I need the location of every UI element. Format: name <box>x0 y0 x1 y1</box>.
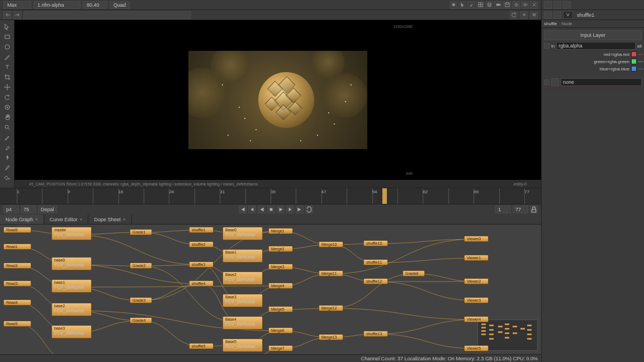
node-d4[interactable]: shuffle5 <box>189 343 214 349</box>
layers-icon[interactable] <box>485 1 493 9</box>
brush-icon[interactable] <box>467 1 475 9</box>
max-field[interactable]: Max <box>3 1 31 9</box>
node-e4[interactable]: Base4FLV_deNoise <box>222 316 263 330</box>
loop-icon[interactable] <box>305 206 313 213</box>
node-g0[interactable]: Merge10 <box>319 241 343 247</box>
panel-pin-icon[interactable] <box>553 1 561 9</box>
node-e2[interactable]: Base2FLV_deNoise <box>222 272 263 285</box>
node-g2[interactable]: Merge12 <box>319 305 343 311</box>
node-h2[interactable]: shuffle12 <box>363 278 388 284</box>
hand-icon[interactable] <box>2 113 12 122</box>
circle-icon[interactable] <box>2 42 12 51</box>
swatch-blue[interactable] <box>631 66 637 72</box>
node-g3[interactable]: Merge13 <box>319 334 343 340</box>
node-e0[interactable]: Base0FLV_deNoise <box>222 227 263 240</box>
move-icon[interactable] <box>2 83 12 92</box>
tl-field-2[interactable]: 75 <box>21 206 36 213</box>
node-e1[interactable]: Base1FLV_deNoise <box>222 249 263 263</box>
zoom-icon[interactable] <box>2 123 12 132</box>
node-a5[interactable]: Read5 <box>3 321 31 327</box>
lock-icon[interactable] <box>530 206 538 213</box>
undo-icon[interactable] <box>3 11 11 19</box>
panel-lock-icon[interactable] <box>544 1 552 9</box>
node-a4[interactable]: Read4 <box>3 299 31 306</box>
node-h0[interactable]: shuffle10 <box>363 240 388 246</box>
subtab-node[interactable]: Node <box>561 21 572 26</box>
panel-a-icon[interactable] <box>544 11 552 19</box>
bucket-icon[interactable] <box>2 173 12 182</box>
crop-icon[interactable] <box>2 73 12 82</box>
node-c0[interactable]: Grade1 <box>130 229 152 235</box>
tl-field-1[interactable]: p4 <box>3 206 19 213</box>
rect-icon[interactable] <box>2 32 12 41</box>
grid-icon[interactable] <box>476 1 484 9</box>
node-h1[interactable]: shuffle11 <box>363 259 388 265</box>
node-a1[interactable]: Read1 <box>3 244 31 250</box>
node-c3[interactable]: Grade4 <box>130 317 152 323</box>
node-j0[interactable]: Viewer0 <box>464 236 489 242</box>
node-c1[interactable]: Grade2 <box>130 263 152 269</box>
node-a2[interactable]: Read2 <box>3 263 31 269</box>
node-b1[interactable]: base0FLV_deNoise <box>51 257 92 270</box>
bottom-field[interactable]: none <box>561 78 642 86</box>
node-d3[interactable]: shuffle4 <box>189 280 214 287</box>
play-back-icon[interactable] <box>258 206 266 213</box>
play-icon[interactable] <box>277 206 285 213</box>
node-d1[interactable]: shuffle2 <box>189 241 214 247</box>
node-graph[interactable]: Read0Read1Read2Read3Read4Read5Read6maste… <box>0 225 541 354</box>
swatch-red[interactable] <box>631 51 637 57</box>
tab-dope-sheet[interactable]: Dope Sheet× <box>88 215 131 224</box>
node-f2[interactable]: Merge3 <box>268 264 293 270</box>
node-i0[interactable]: Grade8 <box>402 270 425 277</box>
select-icon[interactable] <box>2 22 12 31</box>
rotate-icon[interactable] <box>2 93 12 102</box>
camera-icon[interactable] <box>494 1 502 9</box>
node-j2[interactable]: Viewer2 <box>464 278 489 284</box>
panel-menu-icon[interactable] <box>563 1 571 9</box>
node-j3[interactable]: Viewer3 <box>464 297 489 303</box>
stop-icon[interactable] <box>267 206 275 213</box>
menu-icon[interactable] <box>530 11 538 19</box>
target-icon[interactable] <box>2 103 12 112</box>
skip-start-icon[interactable] <box>239 206 247 213</box>
frame-start[interactable]: 1 <box>495 206 511 213</box>
node-f5[interactable]: Merge6 <box>268 327 293 334</box>
subtab-shuffle[interactable]: shuffle <box>544 21 557 26</box>
swatch-green[interactable] <box>631 59 637 64</box>
close-icon[interactable]: × <box>35 217 38 222</box>
eye-icon[interactable] <box>521 1 529 9</box>
node-g1[interactable]: Merge11 <box>319 270 343 277</box>
checkbox-icon[interactable] <box>544 79 550 85</box>
close-icon[interactable]: × <box>80 217 83 222</box>
pointer-icon[interactable] <box>458 1 466 9</box>
path-field[interactable] <box>23 11 191 19</box>
frame-end[interactable]: 77 <box>513 206 528 213</box>
node-h3[interactable]: shuffle13 <box>363 331 388 337</box>
close-icon[interactable] <box>530 1 538 9</box>
node-b4[interactable]: base3FLV_deNoise <box>51 325 92 339</box>
panel-b-icon[interactable] <box>553 11 561 19</box>
playhead[interactable] <box>382 188 387 204</box>
tab-curve-editor[interactable]: Curve Editor× <box>44 215 89 224</box>
tl-field-3[interactable]: Depal <box>38 206 57 213</box>
close-icon[interactable]: × <box>123 217 126 222</box>
refresh-icon[interactable] <box>510 11 518 19</box>
node-a3[interactable]: Read3 <box>3 280 31 287</box>
node-b0[interactable]: masterFLV_deNoise <box>51 227 92 240</box>
gear-icon[interactable] <box>512 1 520 9</box>
eraser-icon[interactable] <box>2 143 12 152</box>
tab-node-graph[interactable]: Node Graph× <box>0 215 44 224</box>
node-b3[interactable]: base2FLV_deNoise <box>51 303 92 316</box>
node-j5[interactable]: Viewer5 <box>464 345 489 351</box>
node-f1[interactable]: Merge2 <box>268 246 293 252</box>
node-d0[interactable]: shuffle1 <box>189 227 214 233</box>
dropdown-icon[interactable] <box>551 78 559 86</box>
dropper-icon[interactable] <box>2 163 12 172</box>
redo-icon[interactable] <box>13 11 21 19</box>
bolt-icon[interactable] <box>2 153 12 162</box>
paint-icon[interactable] <box>2 133 12 142</box>
record-icon[interactable] <box>449 1 457 9</box>
viewport[interactable]: 1920x1080 <box>15 20 541 180</box>
node-f3[interactable]: Merge4 <box>268 283 293 289</box>
text-icon[interactable] <box>2 63 12 72</box>
